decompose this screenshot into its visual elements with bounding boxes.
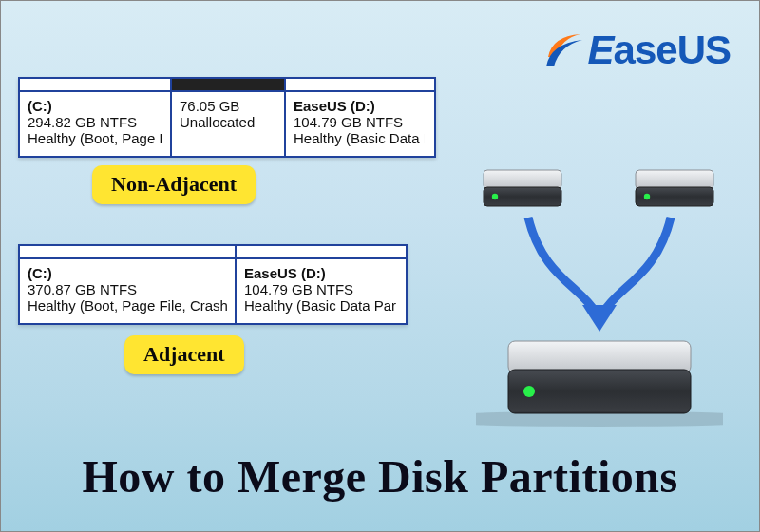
svg-rect-7 <box>508 341 691 373</box>
merge-illustration <box>476 153 723 438</box>
svg-rect-3 <box>636 170 713 189</box>
header-cell-unallocated <box>172 79 286 90</box>
partition-size: 76.05 GB <box>180 98 276 114</box>
header-cell <box>286 79 432 90</box>
partition-title: (C:) <box>28 98 162 114</box>
svg-rect-8 <box>508 370 691 413</box>
partition-cell-d: EaseUS (D:) 104.79 GB NTFS Healthy (Basi… <box>237 259 404 323</box>
partition-header-row <box>20 79 434 92</box>
partition-cell-c: (C:) 294.82 GB NTFS Healthy (Boot, Page … <box>20 92 172 156</box>
partition-size: 104.79 GB NTFS <box>294 114 425 130</box>
partition-status: Healthy (Boot, Page File, Crash Dump, I <box>28 297 227 314</box>
small-drive-icon <box>484 170 561 206</box>
partition-body-row: (C:) 370.87 GB NTFS Healthy (Boot, Page … <box>20 259 406 323</box>
label-adjacent: Adjacent <box>124 335 244 374</box>
merge-arrow-icon <box>528 218 671 332</box>
header-cell <box>20 246 237 257</box>
brand-logo: EEaseUSaseUS <box>542 28 731 73</box>
partition-status: Unallocated <box>180 114 276 130</box>
partition-cell-c: (C:) 370.87 GB NTFS Healthy (Boot, Page … <box>20 259 237 323</box>
partition-title: (C:) <box>28 265 227 281</box>
svg-point-2 <box>492 194 498 200</box>
header-cell <box>20 79 172 90</box>
small-drive-icon <box>636 170 713 206</box>
partition-status: Healthy (Boot, Page File, Cras <box>28 130 162 146</box>
partition-body-row: (C:) 294.82 GB NTFS Healthy (Boot, Page … <box>20 92 434 156</box>
svg-point-5 <box>644 194 650 200</box>
partition-status: Healthy (Basic Data Partition) <box>244 297 396 314</box>
logo-swoosh-icon <box>542 28 586 72</box>
large-drive-icon <box>476 341 723 427</box>
partition-status: Healthy (Basic Data Partitio <box>294 130 425 146</box>
partition-cell-unallocated: 76.05 GB Unallocated <box>172 92 286 156</box>
page-title: How to Merge Disk Partitions <box>1 450 759 503</box>
partition-table-adjacent: (C:) 370.87 GB NTFS Healthy (Boot, Page … <box>18 244 408 325</box>
header-cell <box>237 246 404 257</box>
label-nonadjacent: Non-Adjacent <box>92 165 256 204</box>
brand-name: EEaseUSaseUS <box>588 28 731 73</box>
svg-rect-0 <box>484 170 561 189</box>
partition-title: EaseUS (D:) <box>294 98 425 114</box>
svg-marker-6 <box>582 305 617 332</box>
partition-size: 370.87 GB NTFS <box>28 281 227 297</box>
svg-point-10 <box>476 411 723 427</box>
partition-size: 294.82 GB NTFS <box>28 114 162 130</box>
partition-table-nonadjacent: (C:) 294.82 GB NTFS Healthy (Boot, Page … <box>18 77 436 158</box>
partition-header-row <box>20 246 406 259</box>
partition-title: EaseUS (D:) <box>244 265 396 281</box>
partition-cell-d: EaseUS (D:) 104.79 GB NTFS Healthy (Basi… <box>286 92 432 156</box>
partition-size: 104.79 GB NTFS <box>244 281 396 297</box>
svg-point-9 <box>523 386 535 397</box>
